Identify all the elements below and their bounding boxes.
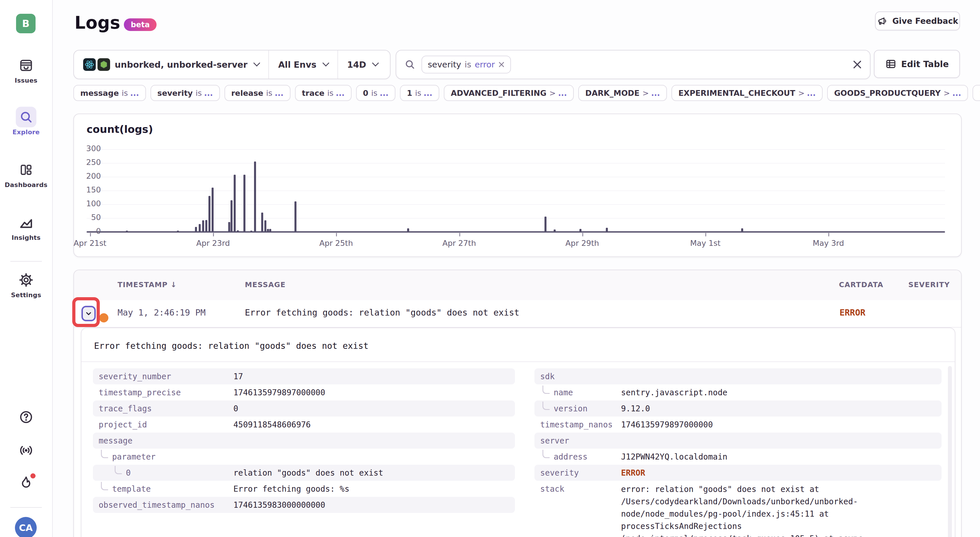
chart-bar[interactable] [579, 229, 581, 232]
chart-bar[interactable] [269, 229, 271, 232]
detail-key-text: timestamp_precise [99, 388, 181, 397]
quick-filter-chip-0[interactable]: 0is... [356, 85, 395, 101]
chart-bar[interactable] [234, 175, 236, 232]
chart-y-tick-label: 200 [73, 172, 101, 180]
chart-bar[interactable] [237, 230, 239, 232]
user-avatar[interactable]: CA [15, 517, 37, 537]
chart-title: count(logs) [87, 123, 153, 135]
chart-x-tick-label: Apr 27th [434, 239, 485, 247]
detail-value: 1746135979897000000 [233, 388, 515, 397]
chart-bar[interactable] [202, 220, 204, 232]
chart-bar[interactable] [267, 229, 269, 232]
quick-filter-chip-goods_productquery[interactable]: GOODS_PRODUCTQUERY>... [827, 85, 968, 101]
search-filter-token[interactable]: severity is error [422, 56, 511, 73]
chip-operator: is [196, 89, 202, 97]
chip-value-ellipsis: ... [336, 89, 345, 97]
column-header-message[interactable]: MESSAGE [245, 280, 286, 289]
log-severity: ERROR [840, 308, 865, 317]
quick-filter-chip-1[interactable]: 1is... [400, 85, 439, 101]
chip-field: EXPERIMENTAL_CHECKOUT [678, 89, 795, 97]
chart-gridline [87, 163, 945, 164]
see-full-list-chip[interactable]: See full list [972, 85, 980, 101]
quick-filter-chip-severity[interactable]: severityis... [151, 85, 220, 101]
date-range-selector[interactable]: 14D [337, 51, 387, 79]
sidebar-item-issues[interactable]: Issues [0, 55, 52, 84]
chart-bar[interactable] [243, 175, 245, 232]
quick-filter-chip-dark_mode[interactable]: DARK_MODE>... [578, 85, 667, 101]
whats-new-icon [19, 475, 33, 489]
column-header-cartdata[interactable]: CARTDATA [839, 280, 883, 289]
quick-filter-chip-advanced_filtering[interactable]: ADVANCED_FILTERING>... [444, 85, 574, 101]
chart-bar[interactable] [741, 228, 743, 232]
chart-bar[interactable] [407, 228, 409, 232]
chart-bar[interactable] [177, 231, 179, 232]
sort-desc-icon: ↓ [170, 280, 177, 289]
quick-filter-chip-trace[interactable]: traceis... [295, 85, 352, 101]
panel-scrollbar[interactable] [948, 366, 952, 537]
chart-bar[interactable] [261, 213, 263, 232]
detail-key-text: parameter [112, 452, 156, 462]
chart-bar[interactable] [231, 200, 232, 232]
chip-operator: is [266, 89, 272, 97]
chart-bar[interactable] [195, 227, 197, 232]
chart-bar[interactable] [205, 220, 207, 232]
quick-filter-chip-release[interactable]: releaseis... [224, 85, 290, 101]
chevron-down-icon [372, 59, 379, 66]
chart-bar[interactable] [212, 188, 213, 232]
chart-x-tick-label: Apr 21st [64, 239, 116, 247]
chart-bar[interactable] [606, 228, 608, 232]
chart-bar[interactable] [199, 224, 201, 232]
edit-table-button[interactable]: Edit Table [874, 50, 960, 78]
environment-selector[interactable]: All Envs [268, 51, 337, 79]
detail-row-name: namesentry.javascript.node [535, 384, 942, 400]
explore-icon [16, 107, 37, 127]
detail-row-0: 0relation "goods" does not exist [93, 465, 515, 481]
clear-search-icon[interactable] [853, 51, 862, 79]
detail-key-text: severity [540, 468, 579, 478]
chart-bar[interactable] [544, 217, 546, 232]
org-logo[interactable]: B [16, 14, 35, 33]
chart-bar[interactable] [264, 220, 266, 232]
chart-y-tick-label: 100 [73, 199, 101, 208]
sidebar-item-insights[interactable]: Insights [0, 212, 52, 241]
chart-bar[interactable] [228, 222, 230, 232]
sidebar-item-explore[interactable]: Explore [0, 107, 52, 136]
column-header-severity[interactable]: SEVERITY [908, 280, 950, 289]
chart-bar[interactable] [554, 229, 556, 232]
detail-attributes-left: severity_number17timestamp_precise174613… [93, 368, 515, 513]
detail-value: 4509118548606976 [233, 420, 515, 429]
project-selector-label: unborked, unborked-server [115, 60, 247, 70]
quick-filter-chip-experimental_checkout[interactable]: EXPERIMENTAL_CHECKOUT>... [671, 85, 822, 101]
detail-row-observed_timestamp_nanos: observed_timestamp_nanos1746135983000000… [93, 497, 515, 513]
sidebar-whats-new-button[interactable] [0, 475, 52, 492]
detail-key-text: 0 [126, 468, 131, 478]
column-header-timestamp[interactable]: TIMESTAMP ↓ [118, 280, 177, 289]
detail-attributes-right: sdknamesentry.javascript.nodeversion9.12… [535, 368, 942, 537]
chart-x-tick [90, 233, 91, 236]
chart-bar[interactable] [126, 231, 128, 232]
sidebar-broadcast-button[interactable] [0, 443, 52, 460]
chart-bar[interactable] [294, 201, 296, 232]
detail-row-project_id: project_id4509118548606976 [93, 416, 515, 433]
detail-key-text: timestamp_nanos [540, 420, 613, 429]
beta-badge: beta [124, 18, 156, 31]
logs-table-header: TIMESTAMP ↓ MESSAGE CARTDATA SEVERITY [74, 270, 961, 301]
project-selector[interactable]: unborked, unborked-server [74, 51, 268, 79]
chart-bar[interactable] [250, 231, 252, 232]
search-bar[interactable]: severity is error [396, 50, 870, 79]
detail-key-text: name [554, 388, 573, 397]
sidebar-item-dashboards[interactable]: Dashboards [0, 159, 52, 188]
chart-bar[interactable] [208, 196, 210, 232]
log-row[interactable]: May 1, 2:46:19 PM Error fetching goods: … [74, 300, 961, 328]
quick-filter-chip-message[interactable]: messageis... [73, 85, 146, 101]
sidebar-item-settings[interactable]: Settings [0, 270, 52, 299]
detail-key: name [535, 388, 621, 397]
give-feedback-button[interactable]: Give Feedback [875, 11, 960, 30]
chart-bar[interactable] [254, 161, 256, 232]
give-feedback-label: Give Feedback [892, 16, 958, 26]
detail-value: 17 [233, 372, 515, 381]
remove-token-icon[interactable] [498, 61, 504, 68]
chip-value-ellipsis: ... [651, 89, 660, 97]
sidebar-help-button[interactable] [0, 410, 52, 427]
chart-y-tick-label: 300 [73, 144, 101, 153]
